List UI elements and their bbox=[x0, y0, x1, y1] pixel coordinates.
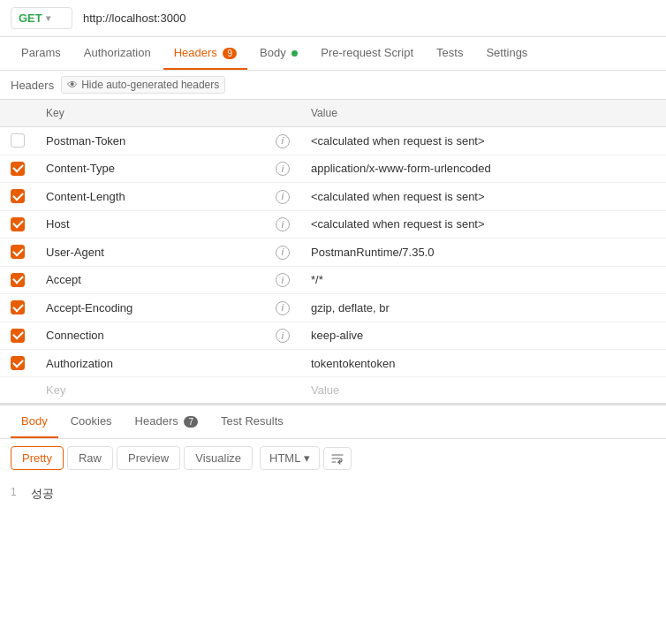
format-select[interactable]: HTML ▾ bbox=[260, 446, 320, 470]
headers-subbar: Headers 👁 Hide auto-generated headers bbox=[0, 71, 666, 100]
table-row: User-AgentiPostmanRuntime/7.35.0 bbox=[0, 239, 666, 267]
row-key-1: Content-Type bbox=[46, 162, 115, 175]
col-header-check bbox=[0, 100, 35, 127]
url-input[interactable] bbox=[79, 8, 655, 28]
info-icon-3[interactable]: i bbox=[276, 217, 290, 231]
info-icon-0[interactable]: i bbox=[276, 134, 290, 148]
row-key-0: Postman-Token bbox=[46, 134, 125, 148]
headers-section-label: Headers bbox=[11, 79, 54, 92]
view-btn-preview[interactable]: Preview bbox=[117, 446, 180, 470]
format-chevron-icon: ▾ bbox=[304, 451, 310, 465]
col-header-info bbox=[265, 100, 300, 127]
row-checkbox-7[interactable] bbox=[11, 329, 25, 343]
view-bar: Pretty Raw Preview Visualize HTML ▾ bbox=[0, 439, 666, 477]
response-panel: Body Cookies Headers 7 Test Results Pret… bbox=[0, 403, 666, 511]
row-checkbox-5[interactable] bbox=[11, 273, 25, 287]
table-row: Authorizationtokentokentoken bbox=[0, 350, 666, 377]
tab-headers[interactable]: Headers 9 bbox=[163, 37, 247, 70]
row-checkbox-1[interactable] bbox=[11, 162, 25, 176]
headers-table-container: Key Value Postman-Tokeni<calculated when… bbox=[0, 100, 666, 403]
row-key-8: Authorization bbox=[46, 357, 113, 370]
table-row: Accept-Encodingigzip, deflate, br bbox=[0, 294, 666, 322]
response-tab-headers[interactable]: Headers 7 bbox=[125, 405, 208, 438]
row-key-2: Content-Length bbox=[46, 190, 125, 203]
row-key-7: Connection bbox=[46, 329, 104, 342]
table-row: Postman-Tokeni<calculated when request i… bbox=[0, 127, 666, 155]
view-btn-raw[interactable]: Raw bbox=[67, 446, 113, 470]
view-btn-pretty[interactable]: Pretty bbox=[11, 446, 64, 470]
tab-authorization[interactable]: Authorization bbox=[73, 37, 162, 70]
format-value: HTML bbox=[269, 451, 300, 465]
response-line-1: 1 성공 bbox=[11, 484, 655, 504]
row-checkbox-2[interactable] bbox=[11, 189, 25, 203]
table-row: Accepti*/* bbox=[0, 266, 666, 294]
row-value-5: */* bbox=[311, 273, 323, 286]
row-key-5: Accept bbox=[46, 273, 81, 286]
body-dot bbox=[291, 50, 298, 57]
response-tab-cookies[interactable]: Cookies bbox=[60, 405, 123, 438]
info-icon-5[interactable]: i bbox=[276, 273, 290, 287]
headers-table: Key Value Postman-Tokeni<calculated when… bbox=[0, 100, 666, 403]
headers-badge: 9 bbox=[223, 48, 237, 59]
method-select[interactable]: GET ▾ bbox=[11, 7, 72, 29]
info-icon-6[interactable]: i bbox=[276, 301, 290, 315]
row-value-0: <calculated when request is sent> bbox=[311, 134, 485, 148]
row-value-6: gzip, deflate, br bbox=[311, 301, 390, 314]
tab-params[interactable]: Params bbox=[11, 37, 72, 70]
row-checkbox-0[interactable] bbox=[11, 133, 25, 148]
row-checkbox-6[interactable] bbox=[11, 300, 25, 314]
tab-settings[interactable]: Settings bbox=[475, 37, 538, 70]
row-value-2: <calculated when request is sent> bbox=[311, 190, 485, 203]
row-value-7: keep-alive bbox=[311, 329, 363, 342]
tab-tests[interactable]: Tests bbox=[426, 37, 473, 70]
row-checkbox-3[interactable] bbox=[11, 217, 25, 231]
response-body: 1 성공 bbox=[0, 477, 666, 511]
info-icon-4[interactable]: i bbox=[276, 246, 290, 260]
info-icon-7[interactable]: i bbox=[276, 329, 290, 343]
eye-icon: 👁 bbox=[67, 79, 78, 91]
response-tab-body[interactable]: Body bbox=[11, 405, 58, 438]
url-bar: GET ▾ bbox=[0, 0, 666, 37]
col-header-value: Value bbox=[300, 100, 666, 127]
wrap-icon bbox=[331, 452, 344, 465]
method-chevron-icon: ▾ bbox=[46, 13, 50, 23]
row-key-3: Host bbox=[46, 217, 70, 231]
row-value-4: PostmanRuntime/7.35.0 bbox=[311, 246, 434, 259]
info-icon-1[interactable]: i bbox=[276, 162, 290, 176]
table-row: Content-Lengthi<calculated when request … bbox=[0, 183, 666, 211]
table-row: Connectionikeep-alive bbox=[0, 322, 666, 350]
wrap-button[interactable] bbox=[323, 447, 352, 470]
table-row: Content-Typeiapplication/x-www-form-urle… bbox=[0, 155, 666, 183]
info-icon-2[interactable]: i bbox=[276, 190, 290, 204]
row-value-1: application/x-www-form-urlencoded bbox=[311, 162, 491, 175]
row-key-6: Accept-Encoding bbox=[46, 301, 132, 314]
row-checkbox-4[interactable] bbox=[11, 245, 25, 259]
col-header-key: Key bbox=[35, 100, 265, 127]
response-tab-bar: Body Cookies Headers 7 Test Results bbox=[0, 405, 666, 439]
request-tab-bar: Params Authorization Headers 9 Body Pre-… bbox=[0, 37, 666, 71]
response-text-1: 성공 bbox=[31, 486, 54, 502]
method-label: GET bbox=[19, 11, 42, 25]
row-value-9: Value bbox=[311, 383, 339, 397]
table-row: KeyValue bbox=[0, 377, 666, 404]
row-checkbox-8[interactable] bbox=[11, 356, 25, 370]
row-key-9: Key bbox=[46, 383, 65, 397]
line-number-1: 1 bbox=[11, 486, 17, 498]
row-key-4: User-Agent bbox=[46, 246, 104, 259]
tab-body[interactable]: Body bbox=[249, 37, 308, 70]
hide-btn-label: Hide auto-generated headers bbox=[81, 79, 219, 91]
row-value-3: <calculated when request is sent> bbox=[311, 217, 485, 231]
hide-autogenerated-button[interactable]: 👁 Hide auto-generated headers bbox=[61, 76, 225, 94]
table-row: Hosti<calculated when request is sent> bbox=[0, 210, 666, 239]
tab-prerequest[interactable]: Pre-request Script bbox=[310, 37, 424, 70]
row-value-8: tokentokentoken bbox=[311, 357, 395, 370]
response-headers-badge: 7 bbox=[184, 416, 198, 428]
view-btn-visualize[interactable]: Visualize bbox=[184, 446, 253, 470]
response-tab-testresults[interactable]: Test Results bbox=[210, 405, 294, 438]
